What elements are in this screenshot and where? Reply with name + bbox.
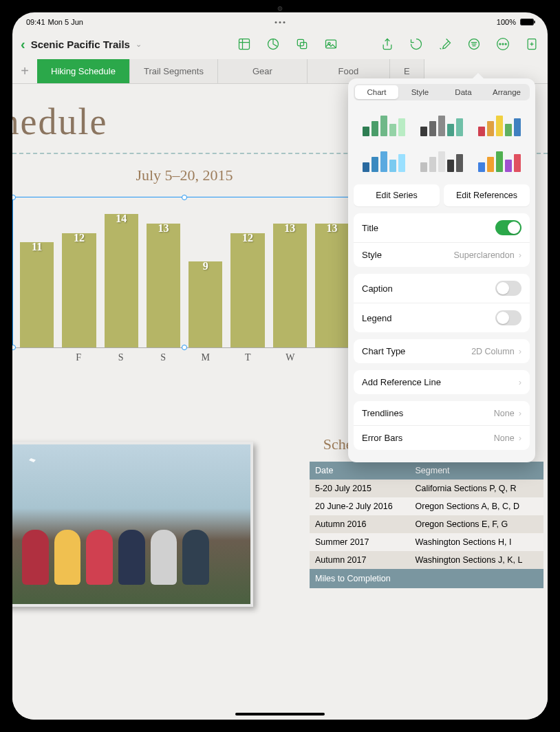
x-axis-label	[19, 352, 54, 363]
x-axis-label	[316, 352, 350, 363]
popover-tab-data[interactable]: Data	[442, 85, 485, 99]
insert-table-icon[interactable]	[237, 36, 252, 52]
selection-handle[interactable]	[12, 195, 16, 200]
svg-rect-0	[239, 39, 250, 50]
camera-dot	[278, 6, 283, 11]
organize-icon[interactable]	[466, 36, 482, 52]
title-toggle[interactable]	[495, 220, 521, 235]
page-heading: g Schedule	[12, 100, 107, 143]
chart-title: July 5–20, 2015	[12, 166, 356, 184]
chart-style-thumb[interactable]	[472, 144, 527, 175]
new-sheet-icon[interactable]	[524, 36, 539, 52]
caption-toggle[interactable]	[495, 281, 521, 296]
chevron-right-icon: ›	[519, 408, 521, 418]
x-axis-label: S	[147, 352, 181, 363]
edit-series-button[interactable]: Edit Series	[354, 184, 440, 206]
row-title-toggle[interactable]: Title	[354, 213, 530, 243]
status-date: Mon 5 Jun	[48, 18, 83, 26]
table-header: Segment	[410, 462, 544, 480]
x-axis-label: T	[231, 352, 266, 363]
chart-style-thumb[interactable]	[356, 144, 411, 175]
photo-person	[54, 530, 81, 585]
insert-shape-icon[interactable]	[294, 36, 310, 52]
back-button[interactable]: ‹	[21, 36, 25, 52]
row-style[interactable]: Style Superclarendon›	[354, 243, 530, 267]
bar-value-label: 12	[242, 232, 253, 244]
photo-object[interactable]	[12, 442, 253, 607]
row-trendlines[interactable]: Trendlines None›	[354, 401, 530, 426]
x-axis-label: M	[189, 352, 223, 363]
tab-hiking-schedule[interactable]: Hiking Schedule	[37, 59, 130, 83]
bar-value-label: 13	[326, 222, 337, 235]
row-legend-toggle[interactable]: Legend	[354, 303, 530, 332]
undo-icon[interactable]	[409, 36, 424, 52]
chart-bar: 13	[315, 204, 349, 347]
bar-value-label: 12	[74, 232, 85, 244]
chart-bar: 12	[230, 204, 264, 347]
chart-object[interactable]: July 5–20, 2015 111214139121313 FSSMTW	[12, 166, 356, 363]
insert-chart-icon[interactable]	[266, 36, 281, 52]
popover-tab-style[interactable]: Style	[398, 85, 442, 99]
chart-style-thumb[interactable]	[356, 109, 411, 139]
tab-gear[interactable]: Gear	[218, 59, 308, 83]
chevron-right-icon: ›	[519, 377, 521, 387]
chart-style-thumb[interactable]	[414, 144, 469, 175]
doc-menu-chevron-icon[interactable]: ⌄	[136, 40, 142, 49]
chart-style-thumb[interactable]	[414, 109, 469, 139]
svg-point-15	[505, 43, 506, 45]
battery-icon	[520, 19, 534, 25]
multitask-dots[interactable]	[275, 21, 286, 23]
svg-point-12	[497, 39, 509, 50]
add-sheet-button[interactable]: +	[12, 59, 37, 83]
table-row[interactable]: 5-20 July 2015California Sections P, Q, …	[310, 480, 543, 497]
chart-style-thumb[interactable]	[472, 109, 527, 139]
insert-media-icon[interactable]	[323, 36, 338, 52]
chart-bar: 13	[273, 204, 307, 347]
document-title[interactable]: Scenic Pacific Trails	[31, 39, 130, 50]
app-toolbar: ‹ Scenic Pacific Trails ⌄	[12, 29, 548, 59]
schedule-table[interactable]: DateSegment 5-20 July 2015California Sec…	[310, 462, 543, 569]
popover-tab-chart[interactable]: Chart	[355, 85, 398, 99]
format-popover: Chart Style Data Arrange Edit Series Edi…	[348, 78, 535, 462]
photo-person	[118, 530, 145, 585]
x-axis-label: F	[62, 352, 96, 363]
chart-bar: 11	[20, 204, 54, 347]
table-header: Date	[310, 462, 410, 480]
photo-person	[182, 530, 209, 585]
screen: 09:41 Mon 5 Jun 100% ‹ Scenic Pacific Tr…	[12, 12, 548, 720]
selection-handle[interactable]	[182, 345, 187, 350]
table-row[interactable]: Autumn 2016Oregon Sections E, F, G	[310, 515, 543, 533]
photo-person	[86, 530, 113, 585]
chevron-right-icon: ›	[519, 433, 521, 443]
home-indicator[interactable]	[235, 713, 325, 715]
selection-handle[interactable]	[182, 195, 187, 200]
popover-tab-arrange[interactable]: Arrange	[485, 85, 528, 99]
chart-plot-area[interactable]: 111214139121313	[12, 197, 356, 348]
legend-toggle[interactable]	[495, 310, 521, 325]
more-icon[interactable]	[495, 36, 510, 52]
row-add-reference-line[interactable]: Add Reference Line ›	[354, 370, 530, 394]
edit-references-button[interactable]: Edit References	[444, 184, 530, 206]
status-time: 09:41	[26, 18, 45, 26]
format-brush-icon[interactable]	[438, 36, 453, 52]
popover-tabs: Chart Style Data Arrange	[354, 84, 530, 100]
tab-trail-segments[interactable]: Trail Segments	[130, 59, 218, 83]
row-error-bars[interactable]: Error Bars None›	[354, 426, 530, 450]
x-axis-label: S	[104, 352, 138, 363]
table-row[interactable]: 20 June-2 July 2016Oregon Sections A, B,…	[310, 497, 543, 515]
chart-bar: 12	[62, 204, 96, 347]
battery-percent: 100%	[497, 18, 516, 26]
share-icon[interactable]	[380, 36, 395, 52]
row-caption-toggle[interactable]: Caption	[354, 274, 530, 303]
bar-value-label: 9	[203, 260, 208, 272]
table-row[interactable]: Autumn 2017Washington Sections J, K, L	[310, 551, 543, 569]
status-bar: 09:41 Mon 5 Jun 100%	[12, 12, 548, 29]
table-row[interactable]: Summer 2017Washington Sections H, I	[310, 533, 543, 551]
chart-bar: 14	[105, 204, 138, 347]
row-chart-type[interactable]: Chart Type 2D Column›	[354, 339, 530, 363]
bar-value-label: 13	[284, 222, 295, 235]
x-axis-label: W	[273, 352, 308, 363]
chart-style-grid	[354, 106, 530, 177]
bar-value-label: 14	[116, 213, 127, 225]
photo-person	[22, 530, 49, 585]
